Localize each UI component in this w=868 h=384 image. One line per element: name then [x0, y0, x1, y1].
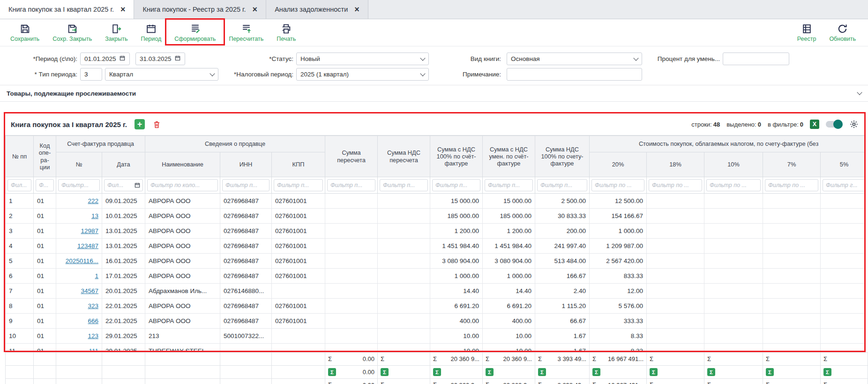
cell — [821, 299, 864, 314]
tab-close-icon[interactable]: × — [253, 5, 258, 14]
add-row-button[interactable]: + — [135, 119, 145, 129]
cell — [272, 284, 325, 299]
filter-input-col-2[interactable] — [58, 179, 100, 191]
traceable-goods-section-header[interactable]: Товары, подлежащие прослеживаемости — [0, 85, 868, 102]
invoice-number-link[interactable]: 111 — [89, 347, 98, 351]
invoice-number-link[interactable]: 123 — [88, 332, 98, 339]
cell: 1 — [56, 269, 102, 284]
period-type-number-input[interactable] — [80, 68, 102, 81]
sum-sigma-button[interactable]: Σ — [707, 368, 715, 376]
cell — [378, 314, 430, 329]
cell: 1.67 — [535, 329, 590, 344]
settings-gear-button[interactable] — [849, 120, 859, 129]
status-select[interactable]: Новый — [296, 53, 429, 65]
sum-sigma-button[interactable]: Σ — [328, 368, 336, 376]
invoice-number-link[interactable]: 666 — [88, 317, 98, 324]
book-type-select[interactable]: Основная — [507, 53, 642, 65]
toolbar-generate-button[interactable]: Сформировать — [169, 22, 221, 44]
sum-sigma-button[interactable]: Σ — [433, 368, 441, 376]
tab-2[interactable]: Книга покупок - Реестр за 2025 г.× — [134, 0, 266, 19]
tax-period-select[interactable]: 2025 (1 квартал) — [296, 68, 429, 81]
sum-sigma-button[interactable]: Σ — [486, 368, 494, 376]
filter-input-col-16[interactable] — [823, 179, 864, 191]
cell: 666 — [56, 314, 102, 329]
tab-3[interactable]: Анализ задолженности× — [266, 0, 368, 19]
grid-view-toggle[interactable] — [826, 121, 843, 128]
cell: 01 — [34, 344, 56, 352]
period-from-input[interactable]: 01.01.2025 — [80, 53, 130, 65]
toolbar-refresh-button[interactable]: Обновить — [823, 22, 861, 44]
cell: 200.00 — [535, 224, 590, 239]
toolbar-registry-button[interactable]: Реестр — [792, 22, 822, 44]
invoice-number-link[interactable]: 20250116... — [66, 257, 98, 264]
cell: 20.01.2025 — [102, 284, 145, 299]
toolbar-print-label: Печать — [277, 36, 296, 42]
toolbar-save-button[interactable]: Сохранить — [5, 22, 45, 44]
cell: 6 — [6, 269, 34, 284]
sigma-label: Σт — [707, 381, 713, 384]
invoice-number-link[interactable]: 222 — [88, 197, 98, 204]
filter-input-col-7[interactable] — [327, 179, 375, 191]
sum-sigma-button[interactable]: Σ — [823, 368, 831, 376]
toolbar-period-button[interactable]: Период — [135, 22, 167, 44]
toolbar-save-close-button[interactable]: Сохр. Закрыть — [47, 22, 97, 44]
filter-input-col-12[interactable] — [591, 179, 644, 191]
cell: 15 000.00 — [483, 194, 535, 209]
invoice-number-link[interactable]: 12987 — [81, 227, 98, 234]
percent-input[interactable] — [723, 53, 789, 65]
filter-input-col-1[interactable] — [36, 179, 54, 191]
delete-row-button[interactable] — [152, 120, 161, 129]
sigma-label: Σ — [766, 355, 770, 362]
cell: 1 000.00 — [590, 224, 647, 239]
filter-input-col-11[interactable] — [537, 179, 587, 191]
sigma-label: Σ — [433, 355, 437, 362]
filter-input-col-4[interactable] — [147, 179, 218, 191]
invoice-number-link[interactable]: 34567 — [81, 287, 98, 294]
cell: 14.40 — [483, 284, 535, 299]
sum-sigma-button[interactable]: Σ — [766, 368, 774, 376]
cell — [821, 329, 864, 344]
column-header: 5% — [821, 152, 864, 177]
cell: 10.00 — [430, 329, 483, 344]
filter-input-col-10[interactable] — [485, 179, 533, 191]
cell — [378, 224, 430, 239]
invoice-number-link[interactable]: 13 — [91, 212, 98, 219]
invoice-number-link[interactable]: 123487 — [77, 242, 98, 249]
sum-sigma-button[interactable]: Σ — [592, 368, 600, 376]
column-header: № — [56, 152, 102, 177]
calendar-icon[interactable] — [174, 55, 181, 63]
filter-input-col-8[interactable] — [380, 179, 428, 191]
filter-input-col-5[interactable] — [222, 179, 269, 191]
chevron-down-icon[interactable] — [857, 90, 862, 95]
filter-input-col-9[interactable] — [432, 179, 480, 191]
note-input[interactable] — [507, 68, 642, 81]
invoice-number-link[interactable]: 323 — [88, 302, 98, 309]
filter-input-col-6[interactable] — [274, 179, 323, 191]
toolbar-recalculate-button[interactable]: Пересчитать — [223, 22, 269, 44]
filter-input-col-15[interactable] — [765, 179, 818, 191]
cell — [647, 299, 704, 314]
cell — [704, 209, 763, 224]
calendar-icon[interactable] — [119, 55, 126, 63]
toolbar-close-button[interactable]: Закрыть — [99, 22, 133, 44]
tab-close-icon[interactable]: × — [354, 5, 359, 14]
cell: 333.33 — [590, 314, 647, 329]
sum-sigma-button[interactable]: Σ — [650, 368, 658, 376]
filter-input-col-13[interactable] — [649, 179, 702, 191]
cell: 09.01.2025 — [102, 194, 145, 209]
filter-input-col-0[interactable] — [7, 179, 31, 191]
cell — [763, 254, 821, 269]
sum-sigma-button[interactable]: Σ — [538, 368, 546, 376]
period-type-select[interactable]: Квартал — [105, 68, 218, 81]
filter-input-col-14[interactable] — [706, 179, 761, 191]
toolbar-print-button[interactable]: Печать — [271, 22, 301, 44]
calendar-icon[interactable] — [134, 182, 141, 190]
period-to-input[interactable]: 31.03.2025 — [135, 53, 185, 65]
invoice-number-link[interactable]: 1 — [95, 272, 98, 279]
cell — [763, 209, 821, 224]
tab-close-icon[interactable]: × — [120, 5, 126, 14]
tab-1[interactable]: Книга покупок за I квартал 2025 г.× — [0, 0, 134, 19]
sum-sigma-button[interactable]: Σ — [381, 368, 389, 376]
excel-export-button[interactable]: X — [810, 120, 819, 129]
footer-sum-value: 3 393 49... — [558, 382, 586, 384]
